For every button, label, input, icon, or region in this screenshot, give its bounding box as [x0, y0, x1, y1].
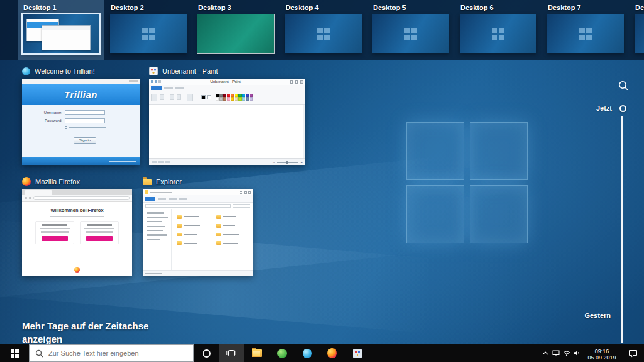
desktop-2-cell[interactable]: Desktop 2: [106, 0, 191, 60]
taskbar-spacer: [370, 344, 540, 362]
firefox-task-card: Mozilla Firefox Willkommen bei Firefox: [22, 175, 132, 276]
paint-button[interactable]: [345, 344, 370, 362]
desktop-5-cell[interactable]: Desktop 5: [368, 0, 453, 60]
trillian-window-thumbnail[interactable]: Trillian Username: Password: Sign in: [22, 79, 140, 165]
desktop-5-thumbnail[interactable]: [372, 14, 449, 53]
action-center-button[interactable]: [621, 349, 644, 358]
password-field: [65, 118, 105, 123]
navigation-pane: [143, 209, 172, 270]
desktop-7-cell[interactable]: Desktop 7: [543, 0, 628, 60]
pink-button: [42, 236, 68, 241]
mini-titlebar: [22, 79, 140, 84]
tray-display-button[interactable]: [550, 344, 561, 362]
trillian-card-header: Welcome to Trillian!: [22, 65, 140, 77]
desktop-6-cell[interactable]: Desktop 6: [455, 0, 541, 60]
firefox-icon: [327, 348, 337, 358]
desktop-label: Desk: [635, 4, 644, 11]
firefox-window-thumbnail[interactable]: Willkommen bei Firefox: [22, 189, 132, 276]
welcome-heading: Willkommen bei Firefox: [50, 207, 103, 213]
desktop-label: Desktop 3: [198, 4, 274, 11]
action-center-icon: [628, 349, 638, 358]
desktop-2-thumbnail[interactable]: [110, 14, 187, 53]
explorer-body: [143, 209, 253, 270]
desktop-8-cell[interactable]: Desk: [630, 0, 644, 60]
virtual-desktops-bar: Desktop 1 Desktop 2 Desktop 3 Desktop 4 …: [0, 0, 644, 60]
trillian-logo-text: Trillian: [64, 89, 97, 100]
file-explorer-button[interactable]: [244, 344, 269, 362]
paint-canvas: [149, 105, 305, 158]
trillian-login-form: Username: Password: Sign in: [22, 105, 140, 157]
username-label: Username:: [40, 111, 62, 114]
desktop-label: Desktop 5: [373, 4, 449, 11]
timeline-slider-handle[interactable]: [619, 105, 626, 112]
search-input[interactable]: [30, 345, 193, 361]
sign-in-button: Sign in: [74, 137, 96, 144]
desktop-1-cell[interactable]: Desktop 1: [18, 0, 104, 60]
cortana-icon: [203, 349, 211, 358]
trillian-button[interactable]: [294, 344, 319, 362]
timeline-scrollbar[interactable]: [621, 116, 623, 343]
explorer-window-thumbnail[interactable]: [143, 189, 253, 276]
window-title: Welcome to Trillian!: [35, 67, 95, 75]
task-view-button[interactable]: [219, 344, 244, 362]
clock-date: 05.09.2019: [582, 354, 621, 361]
windows-logo-icon: [492, 28, 504, 40]
desktop-label: Desktop 4: [286, 4, 362, 11]
folder-icon: [252, 349, 262, 357]
ribbon-groups: [151, 91, 303, 103]
windows-logo-icon: [579, 28, 592, 40]
firefox-logo-small: [74, 267, 80, 273]
windows-logo-icon: [404, 28, 417, 40]
desktop-8-thumbnail[interactable]: [635, 14, 644, 53]
desktop-3-thumbnail[interactable]: [197, 14, 274, 53]
trillian-icon: [22, 67, 30, 75]
trillian-banner: Trillian: [22, 84, 140, 105]
desktop-1-thumbnail[interactable]: [23, 14, 99, 53]
chevron-up-icon: [542, 351, 548, 355]
explorer-card-header: Explorer: [143, 175, 253, 188]
trillian-task-card: Welcome to Trillian! Trillian Username: …: [22, 65, 140, 165]
tray-volume-button[interactable]: [572, 344, 582, 362]
desktop-label: Desktop 2: [111, 4, 187, 11]
desktop-4-thumbnail[interactable]: [285, 14, 362, 53]
windows-start-icon: [11, 349, 19, 358]
desktop-3-cell[interactable]: Desktop 3: [193, 0, 279, 60]
username-field: [65, 110, 105, 115]
paint-card-header: Unbenannt - Paint: [149, 65, 305, 77]
windows-logo-icon: [317, 28, 330, 40]
color-palette: [216, 94, 253, 101]
cortana-button[interactable]: [194, 344, 219, 362]
green-app-icon: [277, 349, 287, 358]
firefox-icon: [22, 177, 31, 186]
green-app-button[interactable]: [269, 344, 294, 362]
trillian-footer: [22, 157, 140, 165]
desktop-7-thumbnail[interactable]: [547, 14, 624, 53]
firefox-card-header: Mozilla Firefox: [22, 175, 132, 188]
desktop-4-cell[interactable]: Desktop 4: [280, 0, 366, 60]
taskbar-clock[interactable]: 09:16 05.09.2019: [582, 346, 621, 361]
paint-icon: [149, 67, 158, 75]
firefox-button[interactable]: [319, 344, 345, 362]
desktop-6-thumbnail[interactable]: [460, 14, 536, 53]
tray-expand-button[interactable]: [540, 344, 550, 362]
explorer-folder-icon: [143, 179, 152, 185]
paint-statusbar: −+: [149, 158, 305, 165]
wifi-icon: [563, 350, 570, 356]
taskbar-search-box[interactable]: [29, 344, 194, 362]
show-more-days-link[interactable]: Mehr Tage auf der Zeitachse anzeigen: [22, 319, 179, 346]
display-icon: [552, 350, 560, 356]
tray-network-button[interactable]: [561, 344, 572, 362]
desktop-label: Desktop 7: [548, 4, 624, 11]
color-wells: [201, 95, 211, 99]
paint-titlebar-text: Unbenannt - Paint: [162, 79, 289, 85]
ribbon-tabs: [151, 85, 303, 91]
window-title: Explorer: [156, 178, 182, 185]
desktop-label: Desktop 6: [460, 4, 536, 11]
window-title: Unbenannt - Paint: [162, 67, 218, 75]
start-button[interactable]: [0, 344, 29, 362]
timeline-search-icon[interactable]: [618, 80, 629, 94]
mini-titlebar: Unbenannt - Paint: [149, 79, 305, 85]
paint-window-thumbnail[interactable]: Unbenannt - Paint −+: [149, 79, 305, 165]
browser-tabbar: [22, 189, 132, 195]
mini-titlebar: [143, 189, 253, 195]
